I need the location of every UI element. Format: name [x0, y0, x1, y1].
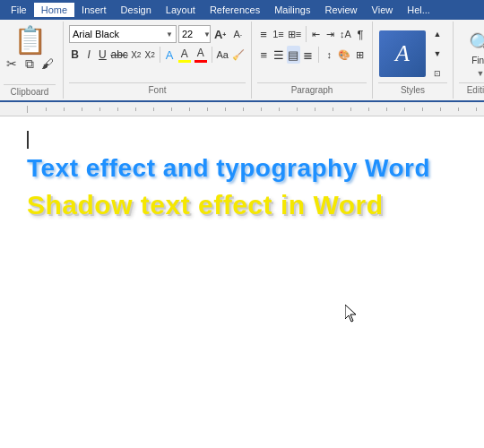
grow-font-button[interactable]: A+ — [212, 25, 229, 43]
shading-button[interactable]: 🎨 — [337, 46, 351, 64]
cut-button[interactable]: ✂ — [4, 56, 20, 72]
editing-section: 🔍 Find ▼ Editing — [454, 22, 484, 99]
svg-marker-0 — [345, 305, 356, 322]
change-case-button[interactable]: Aa — [216, 46, 229, 64]
paragraph-label: Paragraph — [257, 82, 367, 97]
text-cursor — [27, 131, 29, 149]
styles-gallery-button[interactable]: A — [379, 30, 426, 77]
styles-section: A ▲ ▼ ⊡ Styles — [373, 22, 454, 99]
line-spacing-button[interactable]: ↕ — [323, 46, 336, 64]
find-button[interactable]: 🔍 Find — [469, 32, 485, 65]
menu-view[interactable]: View — [365, 3, 401, 17]
paragraph-section: ≡ 1≡ ⊞≡ ⇤ ⇥ ↕A ¶ ≡ ☰ ▤ ≣ ↕ 🎨 — [252, 22, 373, 99]
editing-dropdown[interactable]: ▼ — [477, 69, 484, 78]
menu-bar: File Home Insert Design Layout Reference… — [0, 0, 484, 20]
document-area[interactable]: Text effect and typography Word Shadow t… — [0, 116, 484, 403]
sort-button[interactable]: ↕A — [339, 25, 352, 43]
underline-button[interactable]: U — [97, 46, 108, 64]
menu-help[interactable]: Hel... — [400, 3, 437, 17]
align-left-button[interactable]: ≡ — [257, 46, 271, 64]
font-label: Font — [69, 82, 246, 97]
align-right-button[interactable]: ▤ — [287, 46, 300, 64]
font-name-dropdown-arrow[interactable]: ▼ — [166, 30, 173, 39]
cursor-position — [27, 131, 457, 149]
font-section: Arial Black ▼ 22 ▼ A+ A- B I U abc — [64, 22, 252, 99]
shrink-font-button[interactable]: A- — [229, 25, 246, 43]
ruler — [0, 102, 484, 116]
document-line2[interactable]: Shadow text effect in Word — [27, 190, 457, 220]
mouse-cursor — [345, 305, 358, 326]
paste-button[interactable]: 📋 — [13, 27, 47, 54]
format-painter-button[interactable]: 🖌 — [39, 56, 56, 72]
font-size-selector[interactable]: 22 ▼ — [178, 25, 211, 43]
document-line1[interactable]: Text effect and typography Word — [27, 154, 457, 183]
font-name-input[interactable]: Arial Black — [73, 29, 166, 39]
subscript-button[interactable]: X2 — [130, 46, 142, 64]
menu-mailings[interactable]: Mailings — [267, 3, 317, 17]
styles-more-button[interactable]: ⊡ — [428, 65, 446, 82]
strikethrough-button[interactable]: abc — [110, 46, 128, 64]
numbering-button[interactable]: 1≡ — [272, 25, 285, 43]
menu-review[interactable]: Review — [318, 3, 365, 17]
italic-button[interactable]: I — [82, 46, 94, 64]
ribbon: 📋 ✂ ⧉ 🖌 Clipboard Arial Black ▼ — [0, 20, 484, 102]
show-paragraph-button[interactable]: ¶ — [354, 25, 367, 43]
increase-indent-button[interactable]: ⇥ — [324, 25, 337, 43]
bold-button[interactable]: B — [69, 46, 81, 64]
superscript-button[interactable]: X2 — [144, 46, 156, 64]
copy-button[interactable]: ⧉ — [22, 56, 38, 72]
menu-home[interactable]: Home — [34, 3, 74, 17]
menu-layout[interactable]: Layout — [159, 3, 203, 17]
styles-scroll-down[interactable]: ▼ — [428, 45, 446, 63]
decrease-indent-button[interactable]: ⇤ — [310, 25, 323, 43]
clipboard-label: Clipboard — [4, 84, 56, 99]
editing-label: Editing — [459, 82, 484, 97]
styles-label: Styles — [378, 82, 447, 97]
clear-formatting-button[interactable]: 🧹 — [231, 46, 246, 64]
multilevel-list-button[interactable]: ⊞≡ — [287, 25, 302, 43]
highlight-color-button[interactable]: A — [177, 46, 192, 64]
styles-scroll-up[interactable]: ▲ — [428, 25, 446, 43]
font-color-button[interactable]: A — [194, 46, 208, 64]
font-name-selector[interactable]: Arial Black ▼ — [69, 25, 177, 43]
font-size-dropdown-arrow[interactable]: ▼ — [203, 30, 211, 39]
clipboard-section: 📋 ✂ ⧉ 🖌 Clipboard — [0, 22, 64, 99]
align-center-button[interactable]: ☰ — [272, 46, 286, 64]
menu-design[interactable]: Design — [114, 3, 159, 17]
menu-file[interactable]: File — [4, 3, 34, 17]
borders-button[interactable]: ⊞ — [353, 46, 367, 64]
text-effects-button[interactable]: A — [164, 46, 176, 64]
bullets-button[interactable]: ≡ — [257, 25, 270, 43]
justify-button[interactable]: ≣ — [302, 46, 315, 64]
menu-insert[interactable]: Insert — [74, 3, 114, 17]
font-size-input[interactable]: 22 — [182, 29, 203, 39]
menu-references[interactable]: References — [203, 3, 267, 17]
